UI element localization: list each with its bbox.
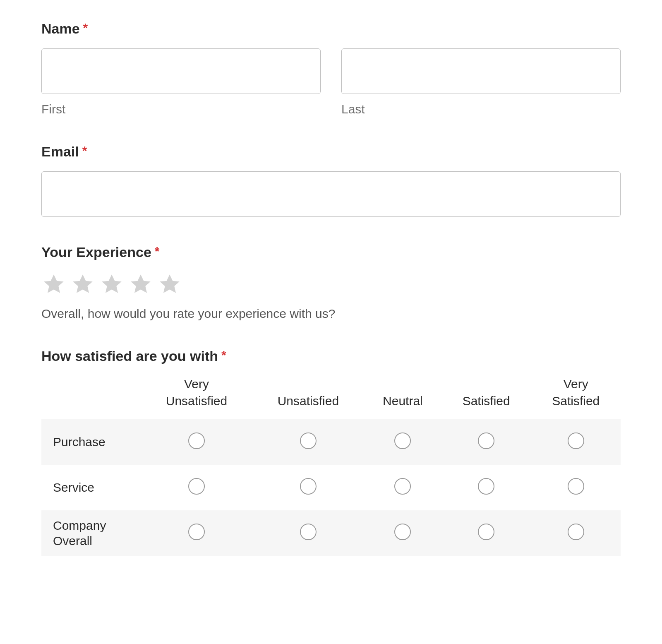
likert-radio[interactable] <box>188 478 205 495</box>
likert-cell <box>141 465 252 510</box>
star-icon[interactable] <box>41 272 66 297</box>
star-icon[interactable] <box>157 272 182 297</box>
likert-radio[interactable] <box>300 433 317 449</box>
email-input[interactable] <box>41 171 621 217</box>
likert-row: Service <box>41 465 621 510</box>
first-name-input[interactable] <box>41 48 321 94</box>
likert-radio[interactable] <box>188 433 205 449</box>
last-name-sublabel: Last <box>341 102 621 116</box>
experience-field: Your Experience * Overall, how would you… <box>41 244 621 321</box>
likert-cell <box>364 419 441 465</box>
likert-row: Purchase <box>41 419 621 465</box>
likert-cell <box>364 510 441 556</box>
email-field: Email * <box>41 144 621 217</box>
likert-radio[interactable] <box>394 524 411 540</box>
likert-table: VeryUnsatisfiedUnsatisfiedNeutralSatisfi… <box>41 376 621 556</box>
required-mark: * <box>221 349 226 361</box>
likert-cell <box>252 419 364 465</box>
likert-row-label: CompanyOverall <box>41 510 141 556</box>
experience-help-text: Overall, how would you rate your experie… <box>41 307 621 321</box>
name-label-text: Name <box>41 21 80 37</box>
likert-column-header: Neutral <box>364 376 441 419</box>
likert-radio[interactable] <box>300 524 317 540</box>
likert-cell <box>141 510 252 556</box>
likert-radio[interactable] <box>394 433 411 449</box>
likert-cell <box>531 510 621 556</box>
name-row: First Last <box>41 48 621 116</box>
likert-cell <box>252 465 364 510</box>
likert-header-row: VeryUnsatisfiedUnsatisfiedNeutralSatisfi… <box>41 376 621 419</box>
likert-cell <box>252 510 364 556</box>
likert-radio[interactable] <box>478 433 494 449</box>
first-name-sublabel: First <box>41 102 321 116</box>
name-label: Name * <box>41 21 621 37</box>
required-mark: * <box>83 22 88 34</box>
likert-radio[interactable] <box>394 478 411 495</box>
likert-cell <box>364 465 441 510</box>
likert-row-label: Purchase <box>41 419 141 465</box>
likert-cell <box>441 465 531 510</box>
survey-form: Name * First Last Email * Your Experienc… <box>0 0 662 589</box>
satisfaction-label-text: How satisfied are you with <box>41 348 218 364</box>
likert-body: PurchaseServiceCompanyOverall <box>41 419 621 556</box>
last-name-column: Last <box>341 48 621 116</box>
likert-radio[interactable] <box>478 524 494 540</box>
likert-column-header: Unsatisfied <box>252 376 364 419</box>
email-label-text: Email <box>41 144 79 160</box>
likert-cell <box>531 419 621 465</box>
likert-radio[interactable] <box>478 478 494 495</box>
email-label: Email * <box>41 144 621 160</box>
likert-radio[interactable] <box>568 524 584 540</box>
likert-radio[interactable] <box>300 478 317 495</box>
required-mark: * <box>82 144 87 157</box>
likert-radio[interactable] <box>188 524 205 540</box>
experience-label-text: Your Experience <box>41 244 151 260</box>
likert-column-header: Satisfied <box>441 376 531 419</box>
likert-column-header: VeryUnsatisfied <box>141 376 252 419</box>
likert-radio[interactable] <box>568 433 584 449</box>
name-field: Name * First Last <box>41 21 621 116</box>
experience-label: Your Experience * <box>41 244 621 260</box>
star-rating <box>41 272 621 297</box>
star-icon[interactable] <box>70 272 95 297</box>
likert-cell <box>141 419 252 465</box>
likert-column-header: VerySatisfied <box>531 376 621 419</box>
satisfaction-field: How satisfied are you with * VeryUnsatis… <box>41 348 621 556</box>
likert-radio[interactable] <box>568 478 584 495</box>
satisfaction-label: How satisfied are you with * <box>41 348 621 364</box>
star-icon[interactable] <box>128 272 153 297</box>
likert-cell <box>531 465 621 510</box>
likert-row: CompanyOverall <box>41 510 621 556</box>
likert-row-label: Service <box>41 465 141 510</box>
required-mark: * <box>155 245 160 257</box>
first-name-column: First <box>41 48 321 116</box>
likert-header-spacer <box>41 376 141 419</box>
likert-cell <box>441 419 531 465</box>
star-icon[interactable] <box>99 272 124 297</box>
likert-cell <box>441 510 531 556</box>
last-name-input[interactable] <box>341 48 621 94</box>
